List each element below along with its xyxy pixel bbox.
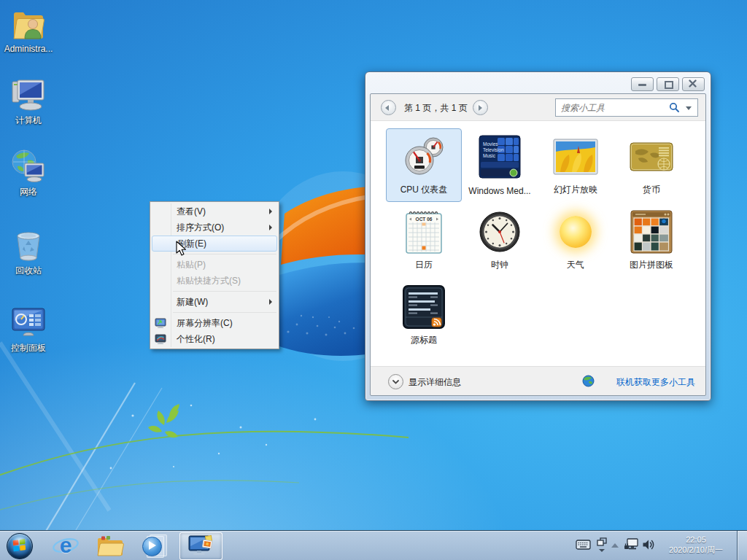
computer-icon xyxy=(10,77,47,114)
show-desktop-button[interactable] xyxy=(737,531,747,560)
page-status: 第 1 页，共 1 页 xyxy=(404,102,468,114)
chevron-down-icon xyxy=(389,375,403,389)
currency-icon xyxy=(614,133,689,181)
menu-item-paste[interactable]: 粘贴(P) xyxy=(150,257,279,273)
gadget-label: 幻灯片放映 xyxy=(540,184,611,196)
recycle-bin-icon xyxy=(10,228,47,264)
show-details-button[interactable] xyxy=(388,374,403,389)
gadget-gallery-window: 第 1 页，共 1 页 xyxy=(365,71,711,401)
gadget-currency[interactable]: 货币 xyxy=(614,128,689,202)
desktop-icon-network[interactable]: 网络 xyxy=(0,149,57,197)
svg-text:Music: Music xyxy=(483,153,496,158)
gadget-gallery-icon xyxy=(187,534,215,558)
taskbar-gadget-gallery-active[interactable] xyxy=(179,532,222,560)
get-more-gadgets-link[interactable]: 联机获取更多小工具 xyxy=(616,376,695,389)
gadget-label: 天气 xyxy=(540,259,611,271)
restore-icon xyxy=(665,81,673,89)
globe-icon xyxy=(582,375,595,387)
desktop-icon-label: 网络 xyxy=(0,187,57,197)
control-panel-icon xyxy=(10,305,47,341)
clock-time: 22:05 xyxy=(661,534,731,545)
gadget-slideshow[interactable]: 幻灯片放映 xyxy=(538,128,614,202)
menu-item-sort-by[interactable]: 排序方式(O) xyxy=(150,219,279,236)
desktop: Administra... 计算机 xyxy=(0,0,747,560)
gadget-weather[interactable]: 天气 xyxy=(538,203,614,277)
prev-page-button[interactable] xyxy=(381,100,396,115)
gadget-cpu-meter[interactable]: CPU 仪表盘 xyxy=(386,128,462,202)
desktop-icon-control-panel[interactable]: 控制面板 xyxy=(0,305,57,353)
sun-icon xyxy=(538,208,613,256)
minimize-button[interactable] xyxy=(631,77,654,91)
gadget-label: 货币 xyxy=(616,184,687,196)
close-button[interactable] xyxy=(682,77,705,91)
slideshow-icon xyxy=(538,133,613,181)
internet-explorer-icon: e xyxy=(60,533,72,558)
gadget-windows-media-center[interactable]: Movies Television Music Windows Med... xyxy=(462,128,538,202)
desktop-icon-label: 回收站 xyxy=(0,265,57,276)
gadget-picture-puzzle[interactable]: 图片拼图板 xyxy=(614,203,689,277)
mouse-cursor xyxy=(176,241,187,257)
desktop-icon-recycle-bin[interactable]: 回收站 xyxy=(0,228,57,276)
gadget-window-client: 第 1 页，共 1 页 xyxy=(370,93,706,396)
clock-date: 2020/2/10/周一 xyxy=(661,545,731,555)
menu-item-screen-resolution[interactable]: 屏幕分辨率(C) xyxy=(150,315,279,331)
language-bar-icon[interactable] xyxy=(596,537,608,553)
svg-text:OCT 06: OCT 06 xyxy=(416,217,433,222)
submenu-arrow-icon xyxy=(269,209,272,214)
gadget-label: 时钟 xyxy=(464,259,535,271)
menu-item-paste-shortcut[interactable]: 粘贴快捷方式(S) xyxy=(150,273,279,289)
left-arrow-icon xyxy=(385,105,389,111)
gadget-clock[interactable]: 时钟 xyxy=(462,203,538,277)
volume-tray-icon[interactable] xyxy=(642,538,655,551)
gadget-label: 图片拼图板 xyxy=(616,259,687,271)
media-player-icon xyxy=(142,533,167,558)
menu-separator xyxy=(173,254,276,254)
screen-resolution-icon xyxy=(155,317,166,329)
cpu-meter-icon xyxy=(387,133,461,181)
desktop-icon-computer[interactable]: 计算机 xyxy=(0,77,57,125)
gadget-feed-headlines[interactable]: 源标题 xyxy=(386,279,462,352)
gadget-toolbar: 第 1 页，共 1 页 xyxy=(371,94,705,120)
desktop-icon-label: 控制面板 xyxy=(0,343,57,353)
gadget-search-box xyxy=(555,98,698,117)
gadget-grid-area: CPU 仪表盘 xyxy=(371,120,705,367)
gadget-label: CPU 仪表盘 xyxy=(388,184,460,196)
desktop-context-menu: 查看(V) 排序方式(O) 刷新(E) 粘贴(P) 粘贴快捷方式(S) 新建(W… xyxy=(150,201,279,349)
search-input[interactable] xyxy=(560,101,672,114)
search-icon xyxy=(669,102,680,113)
desktop-icon-administrator[interactable]: Administra... xyxy=(0,6,57,54)
show-hidden-icons-button[interactable] xyxy=(611,543,619,548)
show-details-label[interactable]: 显示详细信息 xyxy=(409,376,461,389)
input-keyboard-icon[interactable] xyxy=(576,540,591,550)
svg-text:Television: Television xyxy=(483,147,504,152)
menu-item-personalize[interactable]: 个性化(R) xyxy=(150,331,279,347)
taskbar-media-player[interactable] xyxy=(139,531,171,560)
taskbar-clock[interactable]: 22:05 2020/2/10/周一 xyxy=(661,534,731,555)
menu-separator xyxy=(173,312,276,313)
submenu-arrow-icon xyxy=(269,299,272,305)
gadget-label: 源标题 xyxy=(388,334,460,346)
submenu-arrow-icon xyxy=(269,225,272,230)
gadget-label: 日历 xyxy=(388,259,460,271)
clock-icon xyxy=(462,208,537,256)
menu-item-new[interactable]: 新建(W) xyxy=(150,294,279,310)
desktop-icon-label: 计算机 xyxy=(0,115,57,125)
personalize-icon xyxy=(155,333,166,345)
menu-item-view[interactable]: 查看(V) xyxy=(150,203,279,219)
taskbar-internet-explorer[interactable]: e xyxy=(50,531,82,560)
calendar-icon: OCT 06 xyxy=(387,208,461,256)
user-folder-icon xyxy=(10,6,47,42)
menu-item-refresh[interactable]: 刷新(E) xyxy=(152,236,277,252)
menu-separator xyxy=(173,291,276,292)
search-dropdown-icon[interactable] xyxy=(686,106,692,110)
folder-icon xyxy=(96,534,124,557)
gadget-calendar[interactable]: OCT 06 日历 xyxy=(386,203,462,277)
taskbar-explorer[interactable] xyxy=(94,531,126,560)
restore-button[interactable] xyxy=(657,77,679,91)
gadget-label: Windows Med... xyxy=(464,186,535,196)
start-button[interactable] xyxy=(7,533,33,559)
right-arrow-icon xyxy=(479,105,482,111)
next-page-button[interactable] xyxy=(473,100,488,115)
close-icon xyxy=(683,78,703,89)
network-tray-icon[interactable] xyxy=(624,538,638,552)
